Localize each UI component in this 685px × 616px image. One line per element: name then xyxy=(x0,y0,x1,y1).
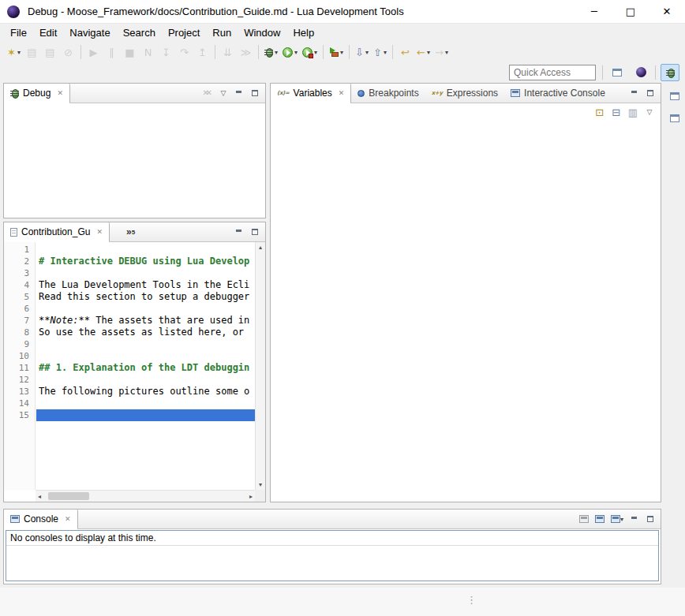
tab-contribution-guide[interactable]: Contribution_Gu ✕ xyxy=(4,222,110,241)
scroll-down-icon[interactable]: ▾ xyxy=(256,481,264,488)
variables-content[interactable] xyxy=(271,121,661,502)
maximize-button[interactable] xyxy=(250,226,260,238)
show-logical-structure-button[interactable]: ⊡ xyxy=(595,106,605,118)
last-edit-location-button[interactable]: ↩ xyxy=(396,43,414,61)
previous-annotation-button[interactable]: ⇧▾ xyxy=(371,43,389,61)
forward-icon: → xyxy=(435,47,444,58)
skip-all-breakpoints-button[interactable]: ⊘ xyxy=(59,43,77,61)
menu-edit[interactable]: Edit xyxy=(33,24,63,41)
open-console-button[interactable]: ▾ xyxy=(611,513,623,525)
editor-line-1[interactable]: 1 xyxy=(4,244,255,256)
new-button[interactable]: ✶▾ xyxy=(5,43,23,61)
save-button[interactable]: ▤ xyxy=(23,43,41,61)
quick-access-input[interactable] xyxy=(509,65,596,80)
minimize-window-button[interactable]: ─ xyxy=(576,0,612,23)
scroll-right-icon[interactable]: ▸ xyxy=(247,493,255,500)
show-columns-button[interactable]: ▥ xyxy=(628,106,638,118)
scroll-up-icon[interactable]: ▴ xyxy=(256,244,264,251)
run-button[interactable]: ▾ xyxy=(280,43,300,61)
editor-line-12[interactable]: 12 xyxy=(4,374,255,386)
restore-view-button[interactable] xyxy=(668,90,682,103)
editor-line-11[interactable]: 11## 1. Explanation of the LDT debuggin xyxy=(4,362,255,374)
maximize-button[interactable] xyxy=(250,87,260,99)
editor-line-9[interactable]: 9 xyxy=(4,338,255,350)
use-step-filters-button[interactable]: ≫ xyxy=(237,43,255,61)
editor-line-2[interactable]: 2# Interactive DEBUG using Lua Develop xyxy=(4,256,255,267)
editor-horizontal-scrollbar[interactable]: ◂ ▸ xyxy=(36,490,255,502)
editor-vertical-scrollbar[interactable]: ▴ ▾ xyxy=(255,242,265,490)
collapse-all-button[interactable]: ⊟ xyxy=(612,106,621,118)
menu-navigate[interactable]: Navigate xyxy=(63,24,116,41)
tab-console[interactable]: Console ✕ xyxy=(4,510,78,528)
menu-run[interactable]: Run xyxy=(206,24,238,41)
menu-file[interactable]: File xyxy=(4,24,33,41)
scrollbar-thumb[interactable] xyxy=(48,492,89,500)
debug-button[interactable]: ▾ xyxy=(262,43,280,61)
drop-to-frame-button[interactable]: ⇊ xyxy=(219,43,237,61)
tab-expressions[interactable]: x+yExpressions xyxy=(425,84,504,103)
maximize-window-button[interactable]: □ xyxy=(612,0,649,23)
editor-tab-overflow[interactable]: »5 xyxy=(122,222,139,241)
lua-perspective-button[interactable] xyxy=(631,64,650,81)
profile-button[interactable]: ▾ xyxy=(300,43,320,61)
debug-icon xyxy=(264,47,273,57)
display-console-button[interactable] xyxy=(595,513,605,525)
minimize-button[interactable] xyxy=(234,87,244,99)
open-perspective-button[interactable] xyxy=(608,64,627,81)
menu-project[interactable]: Project xyxy=(162,24,206,41)
drag-grip-icon[interactable]: ⋮ xyxy=(466,594,477,606)
menu-search[interactable]: Search xyxy=(117,24,162,41)
code-segment: The Lua Development Tools in the Ecli xyxy=(39,279,249,290)
editor-line-7[interactable]: 7**Note:** The assets that are used in xyxy=(4,315,255,327)
forward-button[interactable]: →▾ xyxy=(432,43,451,61)
close-tab-icon[interactable]: ✕ xyxy=(65,515,71,523)
tab-breakpoints[interactable]: Breakpoints xyxy=(351,84,425,103)
editor-line-4[interactable]: 4The Lua Development Tools in the Ecli xyxy=(4,279,255,291)
suspend-button[interactable]: ‖ xyxy=(103,43,121,61)
editor-line-3[interactable]: 3 xyxy=(4,267,255,279)
minimize-button[interactable] xyxy=(630,87,639,99)
debug-content[interactable] xyxy=(4,103,265,218)
editor-line-5[interactable]: 5Read this section to setup a debugger xyxy=(4,291,255,303)
close-tab-icon[interactable]: ✕ xyxy=(96,228,103,236)
tab-variables[interactable]: (x)=Variables✕ xyxy=(271,84,351,103)
disconnect-button[interactable]: N xyxy=(139,43,157,61)
close-window-button[interactable]: ✕ xyxy=(649,0,685,23)
next-annotation-button[interactable]: ⇩▾ xyxy=(353,43,371,61)
editor-line-13[interactable]: 13The following pictures outline some o xyxy=(4,386,255,398)
minimize-button[interactable] xyxy=(630,513,639,525)
menu-help[interactable]: Help xyxy=(286,24,320,41)
close-tab-icon[interactable]: ✕ xyxy=(57,89,63,97)
editor-line-6[interactable]: 6 xyxy=(4,303,255,315)
app-icon[interactable] xyxy=(7,6,20,18)
editor-line-10[interactable]: 10 xyxy=(4,350,255,362)
step-over-button[interactable]: ↷ xyxy=(175,43,193,61)
editor-text-area[interactable]: 12# Interactive DEBUG using Lua Develop3… xyxy=(4,242,255,490)
view-menu-button[interactable]: ▽ xyxy=(645,106,654,118)
save-all-button[interactable]: ▤ xyxy=(41,43,59,61)
tab-interactive-console[interactable]: Interactive Console xyxy=(504,84,612,103)
maximize-button[interactable] xyxy=(646,513,655,525)
close-tab-icon[interactable]: ✕ xyxy=(339,89,345,97)
debug-perspective-button[interactable] xyxy=(661,64,679,81)
editor-line-15[interactable]: 15 xyxy=(4,409,255,421)
scroll-left-icon[interactable]: ◂ xyxy=(36,493,43,500)
terminate-button[interactable]: ■ xyxy=(121,43,139,61)
step-return-button[interactable]: ↥ xyxy=(193,43,211,61)
external-tools-button[interactable]: ▾ xyxy=(327,43,346,61)
editor-line-8[interactable]: 8So use the assets as listed here, or xyxy=(4,327,255,338)
view-menu-button[interactable]: ▽ xyxy=(219,87,228,99)
step-into-button[interactable]: ↧ xyxy=(157,43,175,61)
outline-view-button[interactable] xyxy=(668,112,682,125)
line-number: 5 xyxy=(4,291,29,303)
remove-terminated-button[interactable]: ✕ xyxy=(203,87,212,99)
back-button[interactable]: ←▾ xyxy=(414,43,432,61)
maximize-button[interactable] xyxy=(646,87,655,99)
tab-debug[interactable]: Debug ✕ xyxy=(4,84,70,103)
menu-window[interactable]: Window xyxy=(238,24,286,41)
console-content[interactable]: No consoles to display at this time. xyxy=(6,530,659,581)
minimize-button[interactable] xyxy=(234,226,244,238)
resume-button[interactable]: ▶ xyxy=(84,43,103,61)
pin-console-button[interactable] xyxy=(579,513,589,525)
editor-line-14[interactable]: 14 xyxy=(4,398,255,409)
